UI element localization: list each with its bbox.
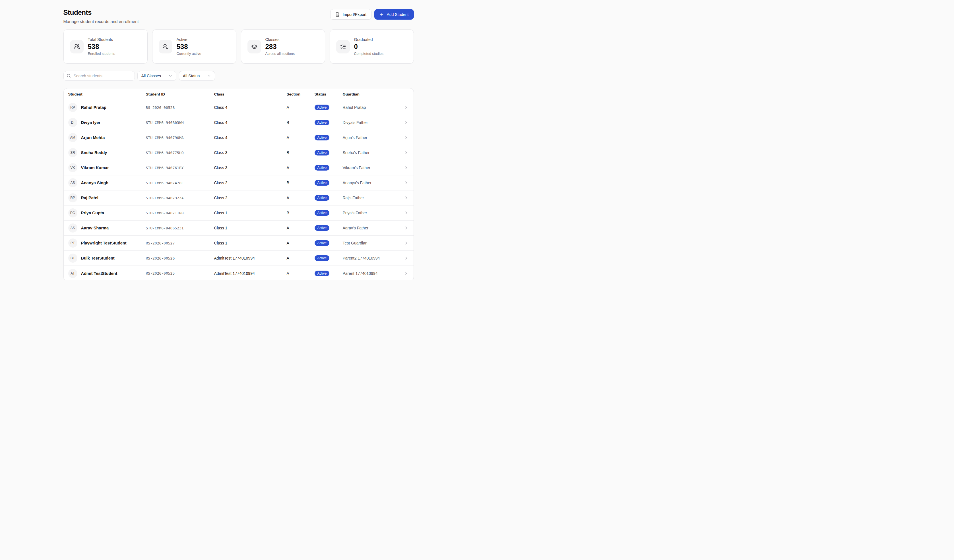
status-badge: Active	[315, 210, 330, 216]
table-row[interactable]: AS Aarav Sharma STU-CMM6-94065231 Class …	[64, 221, 413, 236]
student-name: Priya Gupta	[81, 211, 104, 215]
status-badge: Active	[315, 104, 330, 110]
row-chevron[interactable]	[402, 256, 413, 260]
student-id: STU-CMM6-940803WH	[146, 121, 214, 125]
stat-sublabel: Currently active	[177, 52, 201, 56]
stat-text: Classes 283 Across all sections	[265, 37, 295, 56]
avatar: SR	[68, 148, 77, 157]
page-title: Students	[64, 9, 139, 17]
column-header-guardian: Guardian	[343, 92, 402, 96]
row-chevron[interactable]	[402, 150, 413, 155]
stats-row: Total Students 538 Enrolled students Act…	[64, 29, 414, 64]
class-filter-select[interactable]: All Classes	[137, 71, 176, 81]
student-class: Class 4	[214, 105, 287, 110]
status-badge: Active	[315, 240, 330, 246]
chevron-right-icon	[404, 105, 408, 110]
chevron-right-icon	[404, 120, 408, 125]
row-chevron[interactable]	[402, 120, 413, 125]
row-chevron[interactable]	[402, 165, 413, 170]
row-chevron[interactable]	[402, 105, 413, 110]
status-badge: Active	[315, 135, 330, 140]
filter-row: All Classes All Status	[64, 71, 414, 81]
stat-value: 538	[177, 43, 201, 51]
stat-card-total-students: Total Students 538 Enrolled students	[64, 29, 148, 64]
students-table: Student Student ID Class Section Status …	[64, 88, 414, 280]
stat-card-classes: Classes 283 Across all sections	[241, 29, 325, 64]
row-chevron[interactable]	[402, 271, 413, 276]
row-chevron[interactable]	[402, 196, 413, 200]
list-checks-icon	[336, 40, 350, 53]
student-cell: AT Admit TestStudent	[64, 269, 146, 278]
avatar: BT	[68, 254, 77, 263]
student-class: Class 3	[214, 165, 287, 170]
column-header-student-id: Student ID	[146, 92, 214, 96]
avatar: AM	[68, 133, 77, 142]
status-cell: Active	[315, 120, 343, 125]
table-row[interactable]: PG Priya Gupta STU-CMM6-940711R8 Class 1…	[64, 205, 413, 221]
guardian-name: Divya's Father	[343, 120, 402, 125]
status-badge: Active	[315, 271, 330, 276]
table-row[interactable]: AS Ananya Singh STU-CMM6-9407478F Class …	[64, 176, 413, 190]
table-row[interactable]: BT Bulk TestStudent RS-2026-00526 AdmitT…	[64, 251, 413, 266]
table-row[interactable]: RP Raj Patel STU-CMM6-940732ZA Class 2 A…	[64, 190, 413, 205]
student-section: B	[287, 150, 315, 155]
add-student-button[interactable]: Add Student	[374, 9, 413, 20]
stat-text: Total Students 538 Enrolled students	[88, 37, 115, 56]
students-page: Students Manage student records and enro…	[64, 0, 414, 280]
title-block: Students Manage student records and enro…	[64, 9, 139, 24]
column-header-class: Class	[214, 92, 287, 96]
chevron-down-icon	[207, 74, 211, 78]
row-chevron[interactable]	[402, 180, 413, 185]
student-name: Playwright TestStudent	[81, 241, 126, 245]
guardian-name: Test Guardian	[343, 241, 402, 245]
search-box	[64, 71, 135, 81]
row-chevron[interactable]	[402, 211, 413, 215]
stat-card-active: Active 538 Currently active	[152, 29, 236, 64]
student-id: STU-CMM6-940775HQ	[146, 151, 214, 155]
import-export-button[interactable]: Import/Export	[330, 9, 371, 20]
status-cell: Active	[315, 240, 343, 246]
row-chevron[interactable]	[402, 226, 413, 230]
row-chevron[interactable]	[402, 135, 413, 140]
student-section: A	[287, 105, 315, 110]
file-spreadsheet-icon	[335, 12, 340, 17]
row-chevron[interactable]	[402, 241, 413, 245]
student-section: A	[287, 271, 315, 276]
table-row[interactable]: AT Admit TestStudent RS-2026-00525 Admit…	[64, 266, 413, 280]
student-cell: VK Vikram Kumar	[64, 163, 146, 172]
chevron-right-icon	[404, 226, 408, 230]
status-badge: Active	[315, 255, 330, 261]
chevron-right-icon	[404, 135, 408, 140]
chevron-right-icon	[404, 256, 408, 260]
status-badge: Active	[315, 180, 330, 186]
table-row[interactable]: DI Divya Iyer STU-CMM6-940803WH Class 4 …	[64, 115, 413, 130]
stat-value: 0	[354, 43, 384, 51]
graduation-cap-icon	[248, 40, 261, 53]
student-cell: RP Raj Patel	[64, 193, 146, 202]
student-class: Class 1	[214, 211, 287, 215]
table-row[interactable]: PT Playwright TestStudent RS-2026-00527 …	[64, 236, 413, 251]
student-name: Rahul Pratap	[81, 105, 106, 110]
status-cell: Active	[315, 225, 343, 231]
student-class: Class 4	[214, 135, 287, 140]
chevron-right-icon	[404, 241, 408, 245]
student-class: Class 2	[214, 196, 287, 200]
student-class: Class 1	[214, 226, 287, 230]
table-row[interactable]: RP Rahul Pratap RS-2026-00528 Class 4 A …	[64, 100, 413, 115]
student-id: STU-CMM6-9407478F	[146, 181, 214, 185]
search-input[interactable]	[64, 71, 135, 81]
table-row[interactable]: VK Vikram Kumar STU-CMM6-940761BY Class …	[64, 160, 413, 176]
class-filter-value: All Classes	[141, 74, 161, 78]
table-row[interactable]: SR Sneha Reddy STU-CMM6-940775HQ Class 3…	[64, 145, 413, 160]
chevron-down-icon	[168, 74, 172, 78]
users-icon	[70, 40, 84, 53]
student-name: Ananya Singh	[81, 180, 109, 185]
student-name: Sneha Reddy	[81, 150, 107, 155]
stat-label: Total Students	[88, 37, 115, 42]
chevron-right-icon	[404, 211, 408, 215]
guardian-name: Vikram's Father	[343, 165, 402, 170]
stat-sublabel: Completed studies	[354, 52, 384, 56]
status-filter-select[interactable]: All Status	[179, 71, 215, 81]
status-cell: Active	[315, 255, 343, 261]
table-row[interactable]: AM Arjun Mehta STU-CMM6-940790MA Class 4…	[64, 130, 413, 145]
